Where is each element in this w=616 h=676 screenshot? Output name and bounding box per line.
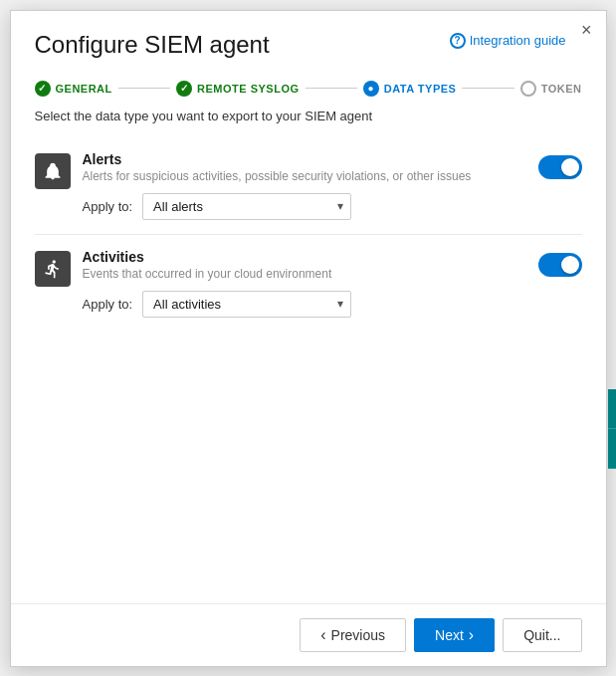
- activities-name: Activities: [83, 249, 526, 265]
- chat-tab[interactable]: [608, 429, 617, 469]
- step-data-types: ● DATA TYPES: [363, 81, 457, 97]
- dialog-content: Select the data type you want to export …: [11, 109, 606, 603]
- activities-toggle-track[interactable]: [538, 253, 582, 277]
- activities-apply-select[interactable]: All activities Custom filter: [142, 291, 351, 318]
- step-general-label: GENERAL: [56, 83, 112, 95]
- close-button[interactable]: ×: [581, 21, 592, 39]
- alerts-apply-select[interactable]: All alerts High severity Medium severity…: [142, 193, 351, 220]
- step-remote-syslog-icon: ✓: [176, 81, 192, 97]
- step-line-1: [118, 88, 170, 89]
- step-remote-syslog-label: REMOTE SYSLOG: [197, 83, 299, 95]
- step-token: TOKEN: [520, 81, 582, 97]
- activities-toggle[interactable]: [538, 253, 582, 277]
- chevron-left-icon: [320, 626, 325, 644]
- step-data-types-icon: ●: [363, 81, 379, 97]
- previous-button[interactable]: Previous: [300, 618, 406, 652]
- alerts-description: Alerts for suspicious activities, possib…: [83, 169, 526, 183]
- activities-select-wrapper: All activities Custom filter: [142, 291, 351, 318]
- dialog-footer: Previous Next Quit...: [11, 603, 606, 666]
- alerts-select-wrapper: All alerts High severity Medium severity…: [142, 193, 351, 220]
- step-line-3: [462, 88, 513, 89]
- question-icon: ?: [450, 33, 466, 49]
- activities-apply-row: Apply to: All activities Custom filter: [83, 291, 526, 318]
- alerts-toggle[interactable]: [538, 155, 582, 179]
- activities-description: Events that occurred in your cloud envir…: [83, 267, 526, 281]
- integration-guide-label: Integration guide: [470, 33, 566, 48]
- step-general-icon: ✓: [35, 81, 51, 97]
- quit-button[interactable]: Quit...: [503, 618, 581, 652]
- step-remote-syslog: ✓ REMOTE SYSLOG: [176, 81, 299, 97]
- activities-icon: [35, 251, 71, 287]
- alerts-apply-label: Apply to:: [83, 199, 133, 214]
- step-token-label: TOKEN: [541, 83, 582, 95]
- alerts-apply-row: Apply to: All alerts High severity Mediu…: [83, 193, 526, 220]
- previous-label: Previous: [331, 627, 385, 643]
- configure-siem-dialog: × Configure SIEM agent ? Integration gui…: [10, 10, 607, 667]
- activities-apply-label: Apply to:: [83, 297, 133, 312]
- dialog-header: Configure SIEM agent ? Integration guide: [11, 11, 606, 73]
- step-general: ✓ GENERAL: [35, 81, 112, 97]
- alerts-item: Alerts Alerts for suspicious activities,…: [35, 137, 582, 235]
- chevron-right-icon: [469, 626, 474, 644]
- alerts-toggle-thumb: [561, 158, 579, 176]
- step-data-types-label: DATA TYPES: [384, 83, 457, 95]
- alerts-name: Alerts: [83, 151, 526, 167]
- quit-label: Quit...: [523, 627, 560, 643]
- activities-item: Activities Events that occurred in your …: [35, 235, 582, 332]
- step-line-2: [306, 88, 357, 89]
- select-instruction: Select the data type you want to export …: [35, 109, 582, 123]
- alerts-toggle-track[interactable]: [538, 155, 582, 179]
- activities-info: Activities Events that occurred in your …: [83, 249, 526, 318]
- step-token-icon: [520, 81, 536, 97]
- activities-toggle-thumb: [561, 256, 579, 274]
- next-button[interactable]: Next: [414, 618, 495, 652]
- next-label: Next: [435, 627, 464, 643]
- stepper: ✓ GENERAL ✓ REMOTE SYSLOG ● DATA TYPES T…: [11, 73, 606, 109]
- integration-guide-link[interactable]: ? Integration guide: [450, 33, 566, 49]
- alerts-icon: [35, 153, 71, 189]
- side-tabs: [608, 389, 617, 469]
- help-tab[interactable]: [608, 389, 617, 429]
- alerts-info: Alerts Alerts for suspicious activities,…: [83, 151, 526, 220]
